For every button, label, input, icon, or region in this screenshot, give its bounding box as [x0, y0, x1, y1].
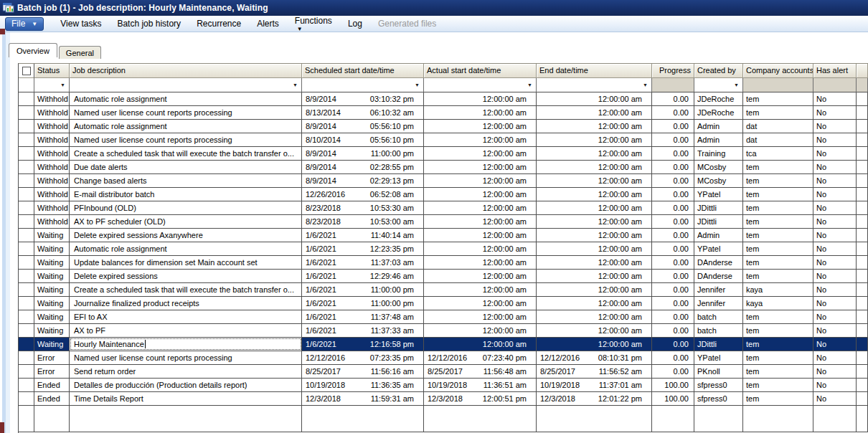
cell-end-datetime[interactable]: 12:00:00 am [537, 242, 652, 255]
cell-scheduled-start[interactable]: 8/9/201405:56:10 pm [302, 120, 424, 133]
cell-created-by[interactable]: JDittli [694, 201, 743, 214]
cell-status[interactable]: Waiting [34, 229, 70, 242]
cell-status[interactable]: Withhold [34, 92, 70, 105]
cell-scheduled-start[interactable]: 1/6/202111:00:00 pm [302, 297, 424, 310]
cell-created-by[interactable]: sfpress0 [694, 392, 743, 405]
cell-actual-start[interactable]: 8/25/201711:56:48 am [424, 365, 537, 378]
cell-job-description[interactable]: E-mail distributor batch [70, 188, 302, 201]
row-select-cell[interactable] [19, 215, 34, 228]
filter-dropdown-end-date-time[interactable]: ▼ [537, 78, 652, 92]
tab-general[interactable]: General [59, 46, 101, 59]
cell-has-alert[interactable]: No [813, 174, 857, 187]
table-row[interactable]: WaitingDelete expired sessions1/6/202112… [19, 270, 868, 283]
cell-job-description[interactable]: Update balances for dimension set Main a… [70, 256, 302, 269]
cell-job-description[interactable]: Detalles de producción (Production detai… [70, 379, 302, 391]
cell-actual-start[interactable]: 12:00:00 am [424, 215, 537, 228]
cell-progress[interactable]: 0.00 [652, 188, 694, 201]
cell-end-datetime[interactable]: 10/19/201811:37:01 am [537, 379, 652, 391]
cell-scheduled-start[interactable]: 8/23/201810:53:30 am [302, 201, 424, 214]
table-row[interactable]: ErrorSend return order8/25/201711:56:16 … [19, 365, 868, 379]
cell-status[interactable]: Error [34, 365, 70, 378]
cell-end-datetime[interactable]: 12:00:00 am [537, 324, 652, 337]
cell-has-alert[interactable]: No [813, 120, 857, 133]
cell-company-accounts[interactable]: tem [743, 379, 813, 391]
cell-company-accounts[interactable]: tem [743, 92, 813, 105]
column-header-has-alert[interactable]: Has alert [813, 64, 857, 78]
filter-dropdown-job-description[interactable]: ▼ [70, 78, 302, 92]
cell-progress[interactable]: 0.00 [652, 106, 694, 119]
row-select-cell[interactable] [19, 133, 34, 146]
cell-end-datetime[interactable]: 12:00:00 am [537, 297, 652, 310]
cell-created-by[interactable]: Admin [694, 133, 743, 146]
cell-company-accounts[interactable]: dat [743, 133, 813, 146]
cell-job-description[interactable]: EFI to AX [70, 310, 302, 323]
table-row[interactable]: WaitingAX to PF1/6/202111:37:33 am12:00:… [19, 324, 868, 338]
row-select-cell[interactable] [19, 174, 34, 187]
cell-company-accounts[interactable]: tem [743, 365, 813, 378]
cell-scheduled-start[interactable]: 12/3/201811:59:31 am [302, 392, 424, 405]
table-row[interactable]: WaitingAutomatic role assignment1/6/2021… [19, 242, 868, 256]
cell-status[interactable]: Withhold [34, 188, 70, 201]
row-select-cell[interactable] [19, 297, 34, 310]
cell-created-by[interactable]: JDittli [694, 338, 743, 351]
cell-scheduled-start[interactable]: 8/13/201406:10:32 am [302, 106, 424, 119]
cell-created-by[interactable]: YPatel [694, 351, 743, 364]
cell-progress[interactable]: 0.00 [652, 310, 694, 323]
cell-created-by[interactable]: JDittli [694, 215, 743, 228]
cell-has-alert[interactable]: No [813, 242, 857, 255]
cell-company-accounts[interactable]: kaya [743, 297, 813, 310]
cell-has-alert[interactable]: No [813, 133, 857, 146]
cell-has-alert[interactable]: No [813, 392, 857, 405]
cell-progress[interactable]: 0.00 [652, 351, 694, 364]
cell-end-datetime[interactable]: 12:00:00 am [537, 174, 652, 187]
cell-scheduled-start[interactable]: 1/6/202111:00:00 pm [302, 283, 424, 296]
cell-scheduled-start[interactable]: 1/6/202112:23:35 pm [302, 242, 424, 255]
row-select-cell[interactable] [19, 229, 34, 242]
cell-end-datetime[interactable]: 12:00:00 am [537, 256, 652, 269]
cell-created-by[interactable]: Training [694, 147, 743, 160]
cell-end-datetime[interactable]: 12/12/201608:10:31 pm [537, 351, 652, 364]
cell-has-alert[interactable]: No [813, 161, 857, 173]
cell-status[interactable]: Waiting [34, 283, 70, 296]
cell-progress[interactable]: 0.00 [652, 242, 694, 255]
cell-has-alert[interactable]: No [813, 229, 857, 242]
row-select-cell[interactable] [19, 365, 34, 378]
cell-job-description[interactable]: Delete expired sessions [70, 270, 302, 282]
cell-actual-start[interactable]: 12:00:00 am [424, 201, 537, 214]
cell-end-datetime[interactable]: 12:00:00 am [537, 106, 652, 119]
row-select-cell[interactable] [19, 256, 34, 269]
cell-end-datetime[interactable]: 12:00:00 am [537, 201, 652, 214]
cell-company-accounts[interactable]: tem [743, 215, 813, 228]
table-row[interactable]: EndedTime Details Report12/3/201811:59:3… [19, 392, 868, 406]
cell-has-alert[interactable]: No [813, 310, 857, 323]
table-row[interactable]: WithholdAutomatic role assignment8/9/201… [19, 120, 868, 133]
cell-scheduled-start[interactable]: 1/6/202111:37:03 am [302, 256, 424, 269]
cell-end-datetime[interactable]: 12:00:00 am [537, 310, 652, 323]
cell-status[interactable]: Waiting [34, 324, 70, 337]
cell-created-by[interactable]: sfpress0 [694, 379, 743, 391]
cell-end-datetime[interactable]: 12:00:00 am [537, 120, 652, 133]
row-select-cell[interactable] [19, 106, 34, 119]
cell-job-description[interactable]: Journalize finalized product receipts [70, 297, 302, 310]
cell-company-accounts[interactable]: tem [743, 310, 813, 323]
table-row[interactable]: WithholdCreate a scheduled task that wil… [19, 147, 868, 161]
cell-end-datetime[interactable]: 8/25/201711:56:52 am [537, 365, 652, 378]
cell-actual-start[interactable]: 12:00:00 am [424, 256, 537, 269]
cell-company-accounts[interactable]: dat [743, 120, 813, 133]
cell-scheduled-start[interactable]: 1/6/202111:37:33 am [302, 324, 424, 337]
cell-scheduled-start[interactable]: 8/9/201403:10:32 pm [302, 92, 424, 105]
cell-status[interactable]: Waiting [34, 310, 70, 323]
cell-end-datetime[interactable]: 12:00:00 am [537, 92, 652, 105]
cell-has-alert[interactable]: No [813, 297, 857, 310]
filter-dropdown-scheduled-start-date-time[interactable]: ▼ [302, 78, 424, 92]
row-select-cell[interactable] [19, 201, 34, 214]
row-select-cell[interactable] [19, 270, 34, 282]
cell-status[interactable]: Waiting [34, 242, 70, 255]
cell-created-by[interactable]: MCosby [694, 161, 743, 173]
row-select-cell[interactable] [19, 310, 34, 323]
cell-created-by[interactable]: DAnderse [694, 270, 743, 282]
cell-job-description[interactable]: Create a scheduled task that will execut… [70, 283, 302, 296]
table-row[interactable]: WithholdNamed user license count reports… [19, 106, 868, 120]
cell-actual-start[interactable]: 12:00:00 am [424, 297, 537, 310]
cell-end-datetime[interactable]: 12:00:00 am [537, 133, 652, 146]
